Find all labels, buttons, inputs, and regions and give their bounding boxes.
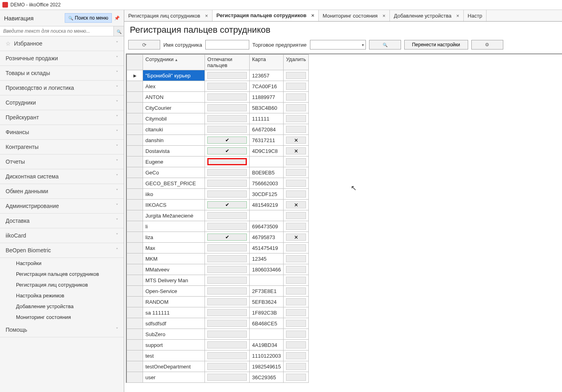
cell-fingerprint[interactable] xyxy=(205,372,250,383)
cell-card[interactable]: 46795873 xyxy=(250,232,284,243)
menu-search-input[interactable] xyxy=(0,26,113,36)
table-row[interactable]: Alex7CA00F16 xyxy=(127,81,309,92)
cell-employee[interactable]: Alex xyxy=(143,81,205,92)
cell-card[interactable]: 1982549615 xyxy=(250,361,284,372)
table-row[interactable]: sdfsdfsdf6B468CE5 xyxy=(127,318,309,329)
cell-fingerprint[interactable] xyxy=(205,286,250,297)
tab[interactable]: Настр xyxy=(464,10,487,21)
refresh-button[interactable] xyxy=(128,40,160,49)
fingerprint-button[interactable] xyxy=(207,169,247,176)
cell-card[interactable]: 12345 xyxy=(250,253,284,264)
fingerprint-button[interactable] xyxy=(207,104,247,111)
delete-icon[interactable]: ✕ xyxy=(286,137,306,144)
cell-delete[interactable] xyxy=(284,243,309,253)
cell-card[interactable] xyxy=(250,156,284,167)
check-icon[interactable]: ✔ xyxy=(207,147,247,154)
nav-item[interactable]: Прейскурант˅ xyxy=(0,110,124,125)
delete-button[interactable] xyxy=(286,363,306,370)
delete-button[interactable] xyxy=(286,320,306,327)
cell-card[interactable]: 2F73E8E1 xyxy=(250,286,284,297)
delete-button[interactable] xyxy=(286,93,306,101)
delete-button[interactable] xyxy=(286,190,306,198)
close-icon[interactable]: × xyxy=(456,13,459,19)
cell-card[interactable]: 6A672084 xyxy=(250,124,284,135)
table-row[interactable]: cltanuki6A672084 xyxy=(127,124,309,135)
delete-button[interactable] xyxy=(286,180,306,187)
cell-card[interactable]: 1110122003 xyxy=(250,350,284,361)
fingerprint-button[interactable] xyxy=(207,158,247,165)
cell-employee[interactable]: ANTON xyxy=(143,92,205,103)
fingerprint-button[interactable] xyxy=(207,331,247,338)
table-row[interactable]: Open-Service2F73E8E1 xyxy=(127,286,309,297)
delete-button[interactable] xyxy=(286,104,306,111)
cell-delete[interactable] xyxy=(284,81,309,92)
nav-item[interactable]: Доставка˅ xyxy=(0,214,124,228)
table-row[interactable]: li696473509 xyxy=(127,221,309,232)
delete-icon[interactable]: ✕ xyxy=(286,147,306,154)
delete-icon[interactable]: ✕ xyxy=(286,201,306,208)
cell-employee[interactable]: liza xyxy=(143,232,205,243)
tab[interactable]: Регистрация лиц сотрудников× xyxy=(124,10,212,21)
settings-button[interactable] xyxy=(471,40,503,49)
cell-fingerprint[interactable]: ✔ xyxy=(205,135,250,146)
check-icon[interactable]: ✔ xyxy=(207,234,247,241)
fingerprint-button[interactable] xyxy=(207,266,247,273)
table-row[interactable]: support4A19BD34 xyxy=(127,340,309,350)
fingerprint-button[interactable] xyxy=(207,374,247,381)
cell-employee[interactable]: Citymobil xyxy=(143,113,205,124)
table-row[interactable]: Jurgita Mežanecienė xyxy=(127,210,309,221)
fingerprint-button[interactable] xyxy=(207,212,247,219)
tab[interactable]: Регистрация пальцев сотрудников× xyxy=(212,10,319,22)
cell-fingerprint[interactable] xyxy=(205,221,250,232)
cell-delete[interactable] xyxy=(284,178,309,189)
delete-button[interactable] xyxy=(286,341,306,348)
close-icon[interactable]: × xyxy=(311,12,314,18)
cell-delete[interactable] xyxy=(284,156,309,167)
fingerprint-button[interactable] xyxy=(207,180,247,187)
cell-card[interactable]: 756662003 xyxy=(250,178,284,189)
fingerprint-button[interactable] xyxy=(207,352,247,359)
cell-delete[interactable] xyxy=(284,350,309,361)
table-row[interactable]: Citymobil111111 xyxy=(127,113,309,124)
fingerprint-button[interactable] xyxy=(207,363,247,370)
cell-delete[interactable] xyxy=(284,253,309,264)
nav-item[interactable]: Отчеты˅ xyxy=(0,154,124,169)
cell-employee[interactable]: user xyxy=(143,372,205,383)
close-icon[interactable]: × xyxy=(205,13,208,19)
delete-button[interactable] xyxy=(286,244,306,251)
fingerprint-button[interactable] xyxy=(207,190,247,198)
cell-fingerprint[interactable] xyxy=(205,340,250,350)
fingerprint-button[interactable] xyxy=(207,255,247,262)
cell-delete[interactable] xyxy=(284,113,309,124)
cell-employee[interactable]: test xyxy=(143,350,205,361)
cell-card[interactable]: 1F892C3B xyxy=(250,307,284,318)
delete-button[interactable] xyxy=(286,72,306,79)
check-icon[interactable]: ✔ xyxy=(207,137,247,144)
cell-employee[interactable]: li xyxy=(143,221,205,232)
nav-item[interactable]: Помощь˅ xyxy=(0,323,124,337)
cell-fingerprint[interactable] xyxy=(205,81,250,92)
nav-item[interactable]: iikoCard˅ xyxy=(0,228,124,243)
cell-fingerprint[interactable] xyxy=(205,329,250,340)
nav-subitem[interactable]: Регистрация лиц сотрудников xyxy=(0,279,124,290)
cell-card[interactable]: 4D9C19C8 xyxy=(250,146,284,156)
cell-delete[interactable] xyxy=(284,297,309,307)
cell-employee[interactable]: MKM xyxy=(143,253,205,264)
table-row[interactable]: test1110122003 xyxy=(127,350,309,361)
table-row[interactable]: "Бронибой" курьер123657 xyxy=(127,70,309,81)
fingerprint-button[interactable] xyxy=(207,309,247,316)
fingerprint-button[interactable] xyxy=(207,298,247,305)
cell-card[interactable]: 451475419 xyxy=(250,243,284,253)
fingerprint-button[interactable] xyxy=(207,341,247,348)
delete-button[interactable] xyxy=(286,223,306,230)
cell-fingerprint[interactable] xyxy=(205,113,250,124)
cell-card[interactable]: 6B468CE5 xyxy=(250,318,284,329)
cell-card[interactable]: 11889977 xyxy=(250,92,284,103)
cell-delete[interactable] xyxy=(284,372,309,383)
cell-employee[interactable]: Max xyxy=(143,243,205,253)
cell-card[interactable]: 1806033466 xyxy=(250,264,284,275)
cell-employee[interactable]: RANDOM xyxy=(143,297,205,307)
cell-delete[interactable] xyxy=(284,103,309,113)
table-row[interactable]: testOneDepartment1982549615 xyxy=(127,361,309,372)
cell-employee[interactable]: Open-Service xyxy=(143,286,205,297)
